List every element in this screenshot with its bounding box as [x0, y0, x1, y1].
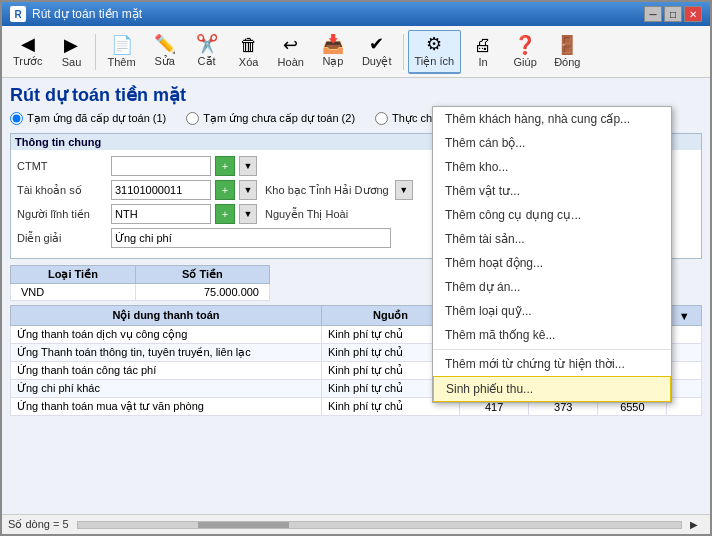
- toolbar-add-button[interactable]: 📄 Thêm: [100, 30, 142, 74]
- print-icon: 🖨: [474, 36, 492, 54]
- toolbar-approve-button[interactable]: ✔ Duyệt: [355, 30, 399, 74]
- toolbar-delete-button[interactable]: 🗑 Xóa: [229, 30, 269, 74]
- ctmt-label: CTMT: [17, 160, 107, 172]
- taikhoan-extra-dropdown[interactable]: ▼: [395, 180, 413, 200]
- radio-input-3[interactable]: [375, 112, 388, 125]
- currency-row: VND 75.000.000: [11, 284, 270, 301]
- toolbar-utilities-button[interactable]: ⚙ Tiện ích: [408, 30, 462, 74]
- toolbar-print-button[interactable]: 🖨 In: [463, 30, 503, 74]
- row5-c4: [667, 398, 702, 416]
- menu-add-project[interactable]: Thêm dự án...: [433, 275, 671, 299]
- minimize-button[interactable]: ─: [644, 6, 662, 22]
- row3-content: Ứng thanh toán công tác phí: [11, 362, 322, 380]
- menu-add-activity[interactable]: Thêm hoạt động...: [433, 251, 671, 275]
- amount-value: 75.000.000: [135, 284, 269, 301]
- next-icon: ▶: [64, 36, 78, 54]
- toolbar-cancel-button[interactable]: ↩ Hoàn: [271, 30, 311, 74]
- approve-label: Duyệt: [362, 55, 392, 68]
- row4-c4: [667, 380, 702, 398]
- row2-c4: [667, 344, 702, 362]
- nguoi-label: Người lĩnh tiền: [17, 208, 107, 221]
- ctmt-add-button[interactable]: +: [215, 156, 235, 176]
- toolbar: ◀ Trước ▶ Sau 📄 Thêm ✏️ Sửa ✂️ Cắt 🗑 Xóa…: [2, 26, 710, 78]
- radio-label-1: Tạm ứng đã cấp dự toán (1): [27, 112, 166, 125]
- row1-content: Ứng thanh toán dịch vụ công cộng: [11, 326, 322, 344]
- nguoi-input[interactable]: [111, 204, 211, 224]
- radio-label-3: Thực ch: [392, 112, 432, 125]
- dienquai-input[interactable]: [111, 228, 391, 248]
- toolbar-help-button[interactable]: ❓ Giúp: [505, 30, 545, 74]
- row1-c4: [667, 326, 702, 344]
- main-window: R Rút dự toán tiền mặt ─ □ ✕ ◀ Trước ▶ S…: [0, 0, 712, 536]
- toolbar-import-button[interactable]: 📥 Nạp: [313, 30, 353, 74]
- menu-add-tool[interactable]: Thêm công cụ dụng cụ...: [433, 203, 671, 227]
- print-label: In: [479, 56, 488, 68]
- delete-label: Xóa: [239, 56, 259, 68]
- sep2: [403, 34, 404, 70]
- help-label: Giúp: [514, 56, 537, 68]
- cancel-label: Hoàn: [278, 56, 304, 68]
- sep1: [95, 34, 96, 70]
- maximize-button[interactable]: □: [664, 6, 682, 22]
- title-controls: ─ □ ✕: [644, 6, 702, 22]
- title-bar: R Rút dự toán tiền mặt ─ □ ✕: [2, 2, 710, 26]
- row4-content: Ứng chi phí khác: [11, 380, 322, 398]
- radio-input-1[interactable]: [10, 112, 23, 125]
- currency-col-header: Loại Tiền: [11, 266, 136, 284]
- utilities-dropdown-menu: Thêm khách hàng, nhà cung cấp... Thêm cá…: [432, 106, 672, 403]
- delete-icon: 🗑: [240, 36, 258, 54]
- toolbar-back-button[interactable]: ◀ Trước: [6, 30, 49, 74]
- scroll-right-button[interactable]: ▶: [690, 519, 704, 530]
- ctmt-input[interactable]: [111, 156, 211, 176]
- close-window-button[interactable]: ✕: [684, 6, 702, 22]
- horizontal-scrollbar[interactable]: [77, 521, 682, 529]
- toolbar-next-button[interactable]: ▶ Sau: [51, 30, 91, 74]
- add-label: Thêm: [107, 56, 135, 68]
- menu-add-warehouse[interactable]: Thêm kho...: [433, 155, 671, 179]
- menu-add-stat[interactable]: Thêm mã thống kê...: [433, 323, 671, 347]
- utilities-icon: ⚙: [426, 35, 442, 53]
- menu-add-from-current[interactable]: Thêm mới từ chứng từ hiện thời...: [433, 352, 671, 376]
- row3-c4: [667, 362, 702, 380]
- menu-add-asset[interactable]: Thêm tài sản...: [433, 227, 671, 251]
- row-count: Số dòng = 5: [8, 518, 69, 531]
- nguoi-dropdown-button[interactable]: ▼: [239, 204, 257, 224]
- add-icon: 📄: [111, 36, 133, 54]
- radio-option-2[interactable]: Tạm ứng chưa cấp dự toán (2): [186, 112, 355, 125]
- taikhoan-input[interactable]: [111, 180, 211, 200]
- nguoi-extra: Nguyễn Thị Hoài: [265, 208, 348, 221]
- taikhoan-label: Tài khoản số: [17, 184, 107, 197]
- menu-separator: [433, 349, 671, 350]
- title-bar-left: R Rút dự toán tiền mặt: [10, 6, 142, 22]
- taikhoan-dropdown-button[interactable]: ▼: [239, 180, 257, 200]
- radio-label-2: Tạm ứng chưa cấp dự toán (2): [203, 112, 355, 125]
- import-label: Nạp: [322, 55, 343, 68]
- next-label: Sau: [62, 56, 82, 68]
- scrollbar-thumb[interactable]: [198, 522, 289, 528]
- ctmt-dropdown-button[interactable]: ▼: [239, 156, 257, 176]
- edit-label: Sửa: [154, 55, 174, 68]
- help-icon: ❓: [514, 36, 536, 54]
- nguoi-add-button[interactable]: +: [215, 204, 235, 224]
- back-label: Trước: [13, 55, 42, 68]
- toolbar-close-button[interactable]: 🚪 Đóng: [547, 30, 587, 74]
- menu-add-material[interactable]: Thêm vật tư...: [433, 179, 671, 203]
- cut-label: Cắt: [198, 55, 216, 68]
- toolbar-edit-button[interactable]: ✏️ Sửa: [145, 30, 185, 74]
- menu-generate-receipt[interactable]: Sinh phiếu thu...: [433, 376, 671, 402]
- taikhoan-extra: Kho bạc Tỉnh Hải Dương: [265, 184, 389, 197]
- radio-option-3[interactable]: Thực ch: [375, 112, 432, 125]
- row5-content: Ứng thanh toán mua vật tư văn phòng: [11, 398, 322, 416]
- dienquai-label: Diễn giải: [17, 232, 107, 245]
- cancel-icon: ↩: [283, 36, 298, 54]
- radio-option-1[interactable]: Tạm ứng đã cấp dự toán (1): [10, 112, 166, 125]
- menu-add-staff[interactable]: Thêm cán bộ...: [433, 131, 671, 155]
- utilities-label: Tiện ích: [415, 55, 455, 68]
- edit-icon: ✏️: [154, 35, 176, 53]
- currency-value: VND: [11, 284, 136, 301]
- radio-input-2[interactable]: [186, 112, 199, 125]
- toolbar-cut-button[interactable]: ✂️ Cắt: [187, 30, 227, 74]
- menu-add-fund[interactable]: Thêm loại quỹ...: [433, 299, 671, 323]
- menu-add-customer[interactable]: Thêm khách hàng, nhà cung cấp...: [433, 107, 671, 131]
- taikhoan-add-button[interactable]: +: [215, 180, 235, 200]
